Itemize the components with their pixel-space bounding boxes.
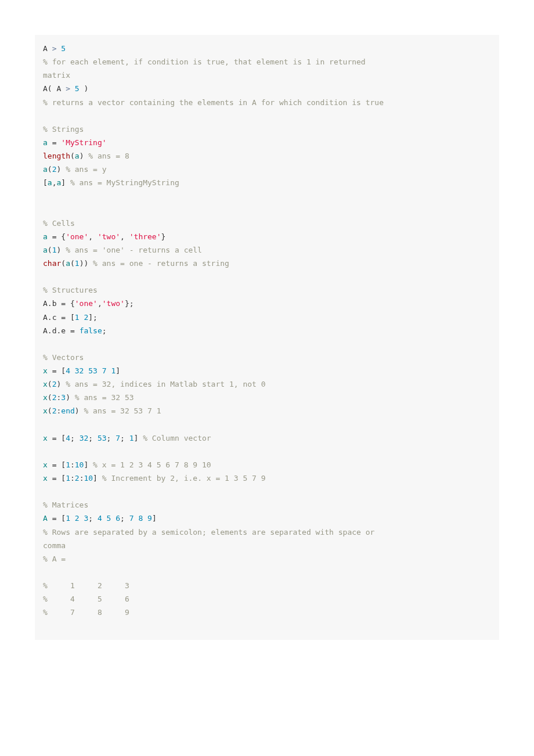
code-token: ;	[120, 514, 129, 523]
code-token: 'three'	[129, 232, 161, 241]
code-line: A = [1 2 3; 4 5 6; 7 8 9]	[43, 514, 157, 523]
code-line: [a,a] % ans = MyStringMyString	[43, 178, 179, 187]
code-token: 5	[75, 84, 80, 93]
code-token: ]	[84, 460, 93, 469]
code-token: ;	[102, 326, 107, 335]
code-token: 53	[98, 434, 107, 442]
code-token: ]	[61, 178, 70, 187]
code-line: A( A > 5 )	[43, 84, 88, 93]
code-token: % ans = 8	[88, 152, 129, 160]
code-token: A.b = {	[43, 299, 75, 308]
code-token: ]	[116, 366, 120, 375]
code-token: a	[43, 232, 48, 241]
code-token: % ans = 'one' - returns a cell	[66, 246, 202, 254]
code-token: };	[125, 299, 134, 308]
code-line: % returns a vector containing the elemen…	[43, 98, 384, 107]
code-token: }	[161, 232, 166, 241]
code-line: % for each element, if condition is true…	[43, 57, 366, 66]
code-token	[70, 514, 75, 523]
code-token: [	[43, 178, 48, 187]
code-token: char	[43, 259, 61, 268]
code-token: )	[75, 406, 84, 415]
code-token: % Strings	[43, 125, 84, 134]
code-token: = {	[48, 232, 66, 241]
code-token: )	[56, 380, 66, 388]
code-token: )	[80, 152, 89, 160]
code-line: a = 'MyString'	[43, 138, 107, 147]
code-token: ]	[93, 474, 102, 483]
code-token: = [	[48, 474, 66, 483]
code-token	[102, 514, 107, 523]
code-token: a	[43, 138, 48, 147]
code-token: A	[43, 44, 52, 53]
code-token: 32	[75, 366, 84, 375]
code-token: 4	[66, 366, 70, 375]
code-token: 53	[88, 366, 98, 375]
code-block: A > 5 % for each element, if condition i…	[35, 35, 499, 640]
code-line: comma	[43, 541, 66, 550]
code-token: % Column vector	[143, 434, 211, 442]
code-token: ];	[88, 313, 98, 322]
code-token: x	[43, 474, 48, 483]
code-token: ))	[80, 259, 93, 268]
code-token: 2	[75, 514, 80, 523]
code-token: % for each element, if condition is true…	[43, 57, 366, 66]
code-token: :	[70, 460, 75, 469]
code-line: % Vectors	[43, 353, 84, 362]
code-token: A( A	[43, 84, 66, 93]
code-token: end	[61, 406, 74, 415]
code-token: % ans = y	[66, 165, 106, 174]
code-token: x	[43, 460, 48, 469]
code-line: % Strings	[43, 125, 84, 134]
code-line: % Rows are separated by a semicolon; ele…	[43, 528, 374, 537]
code-line: x = [1:10] % x = 1 2 3 4 5 6 7 8 9 10	[43, 460, 211, 469]
code-token	[143, 514, 147, 523]
code-token: % A =	[43, 555, 66, 563]
code-token: ;	[88, 514, 98, 523]
code-token: (	[48, 246, 52, 254]
code-token: = [	[48, 514, 66, 523]
code-token: ,	[98, 299, 102, 308]
code-line: x = [4 32 53 7 1]	[43, 366, 120, 375]
code-token: (	[70, 152, 75, 160]
code-line: % Cells	[43, 219, 75, 228]
code-token: x	[43, 366, 48, 375]
code-token: % Vectors	[43, 353, 84, 362]
code-token: % ans = 32 53	[75, 393, 134, 402]
code-token: length	[43, 152, 70, 160]
code-token: x	[43, 380, 48, 388]
code-token: = [	[48, 366, 66, 375]
code-token: 10	[84, 474, 93, 483]
code-line: matrix	[43, 71, 70, 80]
code-token: ,	[88, 232, 98, 241]
code-token: (	[61, 259, 66, 268]
code-line: % 7 8 9	[43, 608, 129, 617]
code-token: 3	[61, 393, 66, 402]
code-token: a	[75, 152, 80, 160]
code-line: x(2:3) % ans = 32 53	[43, 393, 134, 402]
code-line: A.b = {'one','two'};	[43, 299, 134, 308]
code-token: % Structures	[43, 286, 98, 294]
code-token: x	[43, 406, 48, 415]
code-token: % ans = one - returns a string	[93, 259, 229, 268]
code-token: % returns a vector containing the elemen…	[43, 98, 384, 107]
code-token	[98, 366, 102, 375]
code-token: 9	[147, 514, 152, 523]
code-token: a	[43, 165, 48, 174]
code-line: A.d.e = false;	[43, 326, 107, 335]
code-line: % Structures	[43, 286, 98, 294]
code-token: )	[56, 246, 66, 254]
code-line: a(2) % ans = y	[43, 165, 107, 174]
code-token: 7	[102, 366, 107, 375]
code-token: % ans = 32, indices in Matlab start 1, n…	[66, 380, 265, 388]
code-line: a(1) % ans = 'one' - returns a cell	[43, 246, 202, 254]
code-token: 32	[80, 434, 89, 442]
code-token: 1	[66, 474, 70, 483]
code-token: :	[70, 474, 75, 483]
code-token: 7	[129, 514, 134, 523]
code-token: % ans = MyStringMyString	[70, 178, 179, 187]
code-token: )	[56, 165, 66, 174]
code-token: (	[48, 393, 52, 402]
code-token: % x = 1 2 3 4 5 6 7 8 9 10	[93, 460, 211, 469]
code-line: % 1 2 3	[43, 581, 129, 590]
